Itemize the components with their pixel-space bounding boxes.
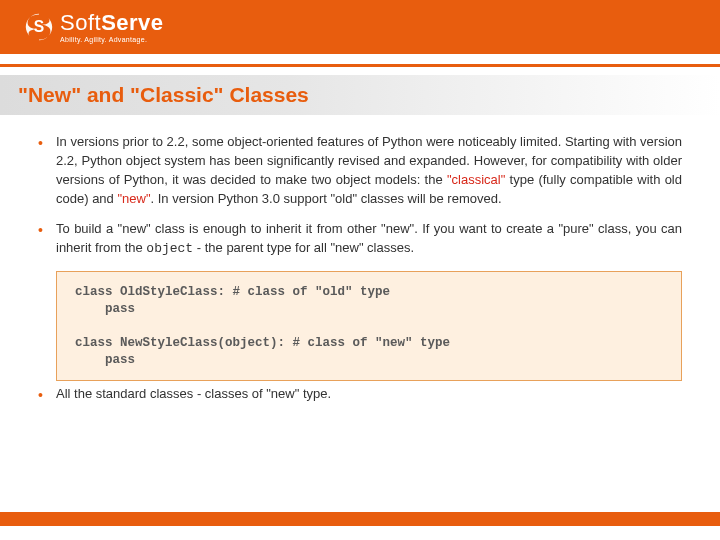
bullet-list: In versions prior to 2.2, some object-or… (38, 133, 682, 259)
header-gap (0, 54, 720, 64)
header-thin-bar (0, 64, 720, 67)
bullet-list-2: All the standard classes - classes of "n… (38, 385, 682, 404)
code-block: class OldStyleClass: # class of "old" ty… (56, 271, 682, 381)
logo-tagline: Ability. Agility. Advantage. (60, 36, 164, 43)
highlight-classical: "classical" (447, 172, 505, 187)
logo: S SoftServe Ability. Agility. Advantage. (24, 12, 164, 43)
slide-content: In versions prior to 2.2, some object-or… (0, 115, 720, 404)
bullet-3: All the standard classes - classes of "n… (38, 385, 682, 404)
logo-text: SoftServe (60, 12, 164, 34)
logo-text-block: SoftServe Ability. Agility. Advantage. (60, 12, 164, 43)
slide-title: "New" and "Classic" Classes (18, 83, 702, 107)
slide-title-bar: "New" and "Classic" Classes (0, 75, 720, 115)
highlight-new: "new" (117, 191, 150, 206)
svg-text:S: S (34, 18, 44, 35)
footer-bar (0, 512, 720, 526)
bullet-1: In versions prior to 2.2, some object-or… (38, 133, 682, 208)
header-bar: S SoftServe Ability. Agility. Advantage. (0, 0, 720, 54)
bullet-2: To build a "new" class is enough to inhe… (38, 220, 682, 259)
inline-code-object: object (146, 241, 193, 256)
logo-icon: S (24, 12, 54, 42)
